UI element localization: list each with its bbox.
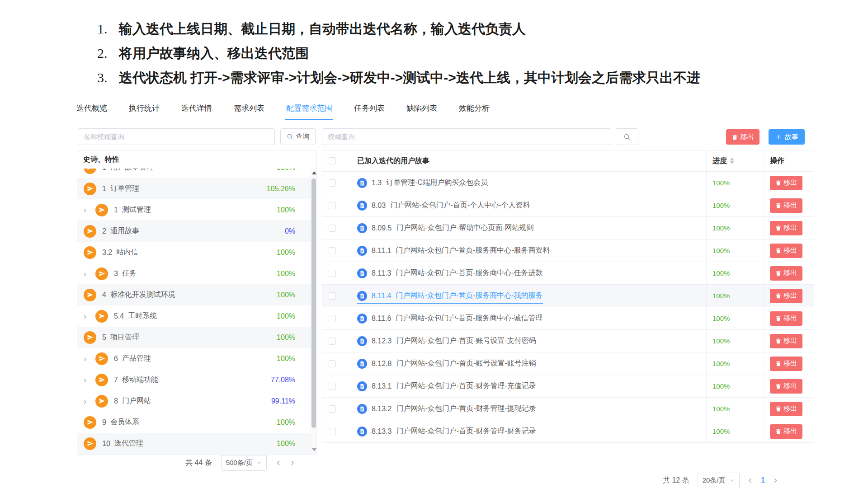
epic-tree-row[interactable]: › 8 门户网站 99.11% bbox=[77, 390, 311, 412]
scrollbar-thumb[interactable] bbox=[311, 178, 316, 428]
remove-row-button[interactable]: 移出 bbox=[770, 289, 802, 303]
story-table-row[interactable]: 8.11.1 门户网站-众包门户-首页-服务商中心-服务商资料 100% 移出 bbox=[322, 239, 814, 262]
chevron-right-icon[interactable]: › bbox=[84, 206, 95, 214]
story-table-row[interactable]: 8.11.3 门户网站-众包门户-首页-服务商中心-任务进款 100% 移出 bbox=[322, 262, 814, 285]
row-checkbox[interactable] bbox=[329, 315, 336, 322]
tab-4[interactable]: 需求列表 bbox=[233, 102, 265, 119]
epic-page-size-select[interactable]: 500条/页 bbox=[221, 455, 267, 471]
row-checkbox[interactable] bbox=[329, 383, 336, 390]
story-link[interactable]: 8.13.2 门户网站-众包门户-首页-财务管理-提现记录 bbox=[357, 404, 536, 414]
row-checkbox[interactable] bbox=[329, 270, 336, 277]
epic-tree-row[interactable]: › 3.2 站内信 100% bbox=[77, 242, 311, 263]
row-checkbox[interactable] bbox=[329, 338, 336, 345]
story-table-row[interactable]: 8.03 门户网站-众包门户-首页-个人中心-个人资料 100% 移出 bbox=[322, 194, 814, 217]
remove-row-button[interactable]: 移出 bbox=[770, 311, 802, 326]
tab-3[interactable]: 迭代详情 bbox=[180, 102, 213, 119]
remove-row-button[interactable]: 移出 bbox=[770, 402, 802, 416]
story-link[interactable]: 8.12.3 门户网站-众包门户-首页-账号设置-支付密码 bbox=[357, 336, 536, 346]
prev-page-button[interactable]: ‹ bbox=[276, 458, 281, 468]
epic-tree-row[interactable]: › 2 通用故事 0% bbox=[77, 221, 311, 242]
epic-tree-row[interactable]: › 7 移动端功能 77.08% bbox=[77, 369, 311, 390]
epic-tree-row[interactable]: › 1 用户故事管理 100% bbox=[77, 169, 311, 178]
row-checkbox[interactable] bbox=[329, 405, 336, 413]
row-checkbox[interactable] bbox=[329, 360, 336, 367]
epic-progress: 100% bbox=[277, 418, 295, 427]
story-link[interactable]: 8.11.4 门户网站-众包门户-首页-服务商中心-我的服务 bbox=[357, 291, 543, 304]
epic-tree-row[interactable]: › 1 订单管理 105.26% bbox=[77, 178, 311, 199]
story-link[interactable]: 8.11.3 门户网站-众包门户-首页-服务商中心-任务进款 bbox=[357, 268, 543, 278]
story-table-row[interactable]: 8.13.3 门户网站-众包门户-首页-财务管理-财务记录 100% 移出 bbox=[322, 420, 814, 443]
row-checkbox[interactable] bbox=[329, 247, 336, 254]
story-table-row[interactable]: 1.3 订单管理-C端用户购买众包会员 100% 移出 bbox=[322, 172, 814, 194]
page-number-1[interactable]: 1 bbox=[761, 476, 765, 484]
remove-row-button[interactable]: 移出 bbox=[770, 244, 802, 258]
story-title: 门户网站-众包门户-帮助中心页面-网站规则 bbox=[396, 223, 533, 233]
story-link[interactable]: 8.03 门户网站-众包门户-首页-个人中心-个人资料 bbox=[357, 201, 530, 211]
story-link[interactable]: 1.3 订单管理-C端用户购买众包会员 bbox=[357, 178, 488, 188]
tab-2[interactable]: 执行统计 bbox=[128, 102, 160, 119]
story-link[interactable]: 8.13.3 门户网站-众包门户-首页-财务管理-财务记录 bbox=[357, 427, 536, 436]
tab-7[interactable]: 缺陷列表 bbox=[406, 102, 438, 119]
epic-tree-row[interactable]: › 6 产品管理 100% bbox=[77, 348, 311, 369]
epic-tree-row[interactable]: › 10 迭代管理 100% bbox=[77, 433, 311, 454]
story-table-row[interactable]: 8.12.3 门户网站-众包门户-首页-账号设置-支付密码 100% 移出 bbox=[322, 330, 814, 352]
chevron-right-icon[interactable]: › bbox=[84, 354, 95, 363]
story-table-row[interactable]: 8.12.8 门户网站-众包门户-首页-账号设置-账号注销 100% 移出 bbox=[322, 352, 814, 375]
next-page-button[interactable]: › bbox=[290, 458, 295, 468]
tab-1[interactable]: 迭代概览 bbox=[75, 102, 108, 119]
epic-tree-row[interactable]: › 9 会员体系 100% bbox=[77, 412, 311, 433]
story-link[interactable]: 8.11.1 门户网站-众包门户-首页-服务商中心-服务商资料 bbox=[357, 246, 550, 256]
epic-tree-row[interactable]: › 5.4 工时系统 100% bbox=[77, 305, 311, 327]
story-link[interactable]: 8.12.8 门户网站-众包门户-首页-账号设置-账号注销 bbox=[357, 359, 536, 369]
story-table-row[interactable]: 8.09.5 门户网站-众包门户-帮助中心页面-网站规则 100% 移出 bbox=[322, 217, 814, 239]
row-checkbox[interactable] bbox=[329, 428, 336, 435]
select-all-checkbox[interactable] bbox=[329, 157, 336, 164]
story-link[interactable]: 8.11.6 门户网站-众包门户-首页-服务商中心-诚信管理 bbox=[357, 314, 543, 324]
row-checkbox[interactable] bbox=[329, 292, 336, 300]
remove-row-button[interactable]: 移出 bbox=[770, 379, 802, 394]
row-checkbox[interactable] bbox=[329, 225, 336, 232]
paper-plane-icon bbox=[84, 225, 96, 238]
sort-icons[interactable] bbox=[730, 158, 734, 164]
story-search-input[interactable] bbox=[322, 128, 611, 145]
tab-8[interactable]: 效能分析 bbox=[458, 102, 491, 119]
chevron-right-icon[interactable]: › bbox=[84, 269, 95, 278]
story-table-row[interactable]: 8.11.4 门户网站-众包门户-首页-服务商中心-我的服务 100% 移出 bbox=[322, 285, 814, 307]
story-page-size-select[interactable]: 20条/页 bbox=[698, 473, 740, 488]
story-link[interactable]: 8.09.5 门户网站-众包门户-帮助中心页面-网站规则 bbox=[357, 223, 533, 233]
scroll-down-icon[interactable] bbox=[312, 448, 316, 451]
epic-tree-row[interactable]: › 1 测试管理 100% bbox=[77, 199, 311, 221]
story-search-button[interactable] bbox=[616, 128, 638, 145]
prev-page-button[interactable]: ‹ bbox=[748, 475, 753, 485]
epic-tree-row[interactable]: › 5 项目管理 100% bbox=[77, 327, 311, 348]
story-link[interactable]: 8.13.1 门户网站-众包门户-首页-财务管理-充值记录 bbox=[357, 381, 536, 391]
add-story-button[interactable]: ＋ 故事 bbox=[769, 129, 805, 145]
remove-row-button[interactable]: 移出 bbox=[770, 266, 802, 281]
remove-row-button[interactable]: 移出 bbox=[770, 334, 802, 348]
tab-6[interactable]: 任务列表 bbox=[353, 102, 386, 119]
chevron-right-icon[interactable]: › bbox=[84, 375, 95, 384]
epic-list-scrollbar[interactable] bbox=[311, 169, 316, 454]
story-table-row[interactable]: 8.11.6 门户网站-众包门户-首页-服务商中心-诚信管理 100% 移出 bbox=[322, 307, 814, 330]
remove-row-button[interactable]: 移出 bbox=[770, 221, 802, 235]
epic-search-input[interactable] bbox=[78, 128, 275, 145]
next-page-button[interactable]: › bbox=[773, 475, 778, 485]
story-table-row[interactable]: 8.13.1 门户网站-众包门户-首页-财务管理-充值记录 100% 移出 bbox=[322, 375, 814, 398]
remove-row-button[interactable]: 移出 bbox=[770, 176, 802, 190]
row-checkbox[interactable] bbox=[329, 202, 336, 209]
remove-row-button[interactable]: 移出 bbox=[770, 198, 802, 213]
story-table-row[interactable]: 8.13.2 门户网站-众包门户-首页-财务管理-提现记录 100% 移出 bbox=[322, 398, 814, 420]
remove-row-button[interactable]: 移出 bbox=[770, 357, 802, 371]
chevron-right-icon[interactable]: › bbox=[84, 397, 95, 405]
row-checkbox[interactable] bbox=[329, 179, 336, 187]
document-icon bbox=[357, 314, 367, 324]
story-total-count: 共 12 条 bbox=[663, 476, 689, 485]
epic-search-button[interactable]: 查询 bbox=[280, 128, 316, 145]
remove-row-button[interactable]: 移出 bbox=[770, 424, 802, 439]
chevron-right-icon[interactable]: › bbox=[84, 312, 95, 320]
epic-tree-row[interactable]: › 4 标准化开发测试环境 100% bbox=[77, 284, 311, 305]
scroll-up-icon[interactable] bbox=[312, 171, 316, 174]
tab-5[interactable]: 配置需求范围 bbox=[285, 102, 333, 120]
epic-tree-row[interactable]: › 3 任务 100% bbox=[77, 263, 311, 284]
remove-selected-button[interactable]: 移出 bbox=[726, 129, 760, 145]
